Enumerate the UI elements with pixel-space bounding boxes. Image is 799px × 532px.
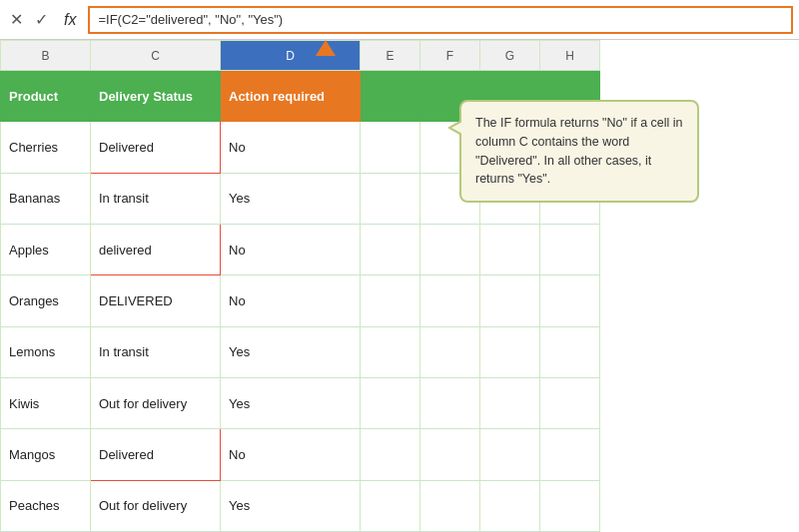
cell-status[interactable]: In transit [91,173,221,224]
cell-product[interactable]: Lemons [1,326,91,377]
cell-f [420,429,480,480]
cell-status[interactable]: delivered [91,224,221,274]
cell-h [540,480,600,531]
col-header-h[interactable]: H [540,41,600,71]
table-row: Oranges DELIVERED No [1,275,600,326]
cell-action[interactable]: No [221,122,361,173]
cell-action[interactable]: Yes [221,326,361,377]
header-action-required: Action required [221,71,361,122]
cell-status[interactable]: Out for delivery [91,377,221,428]
cell-product[interactable]: Cherries [1,122,91,173]
cell-action[interactable]: No [221,429,361,480]
cell-e [361,122,420,173]
cell-h [540,377,600,428]
cell-g [480,275,540,326]
callout-box: The IF formula returns "No" if a cell in… [459,100,699,203]
cell-f [420,275,480,326]
table-row: Kiwis Out for delivery Yes [1,377,600,428]
cell-status[interactable]: Delivered [91,429,221,480]
col-header-g[interactable]: G [480,41,540,71]
cell-e [361,275,420,326]
cell-product[interactable]: Oranges [1,275,91,326]
formula-bar: ✕ ✓ fx [0,0,799,40]
col-header-b[interactable]: B [1,41,91,71]
cell-g [480,377,540,428]
cell-g [480,480,540,531]
cell-e [361,377,420,428]
table-row: Peaches Out for delivery Yes [1,480,600,531]
col-header-d[interactable]: D [221,41,361,71]
cell-h [540,275,600,326]
spreadsheet: ✕ ✓ fx B C D E F G H [0,0,799,532]
cell-e [361,173,420,224]
col-header-f[interactable]: F [420,41,480,71]
col-header-c[interactable]: C [91,41,221,71]
cell-action[interactable]: Yes [221,173,361,224]
cell-e [361,480,420,531]
callout-text: The IF formula returns "No" if a cell in… [475,116,683,186]
cell-f [420,326,480,377]
confirm-icon[interactable]: ✓ [31,8,52,31]
cell-e [361,429,420,480]
cell-e [361,326,420,377]
cell-product[interactable]: Mangos [1,429,91,480]
cell-status[interactable]: DELIVERED [91,275,221,326]
table-row: Lemons In transit Yes [1,326,600,377]
cell-g [480,429,540,480]
cell-f [420,480,480,531]
formula-bar-controls: ✕ ✓ [6,8,52,31]
cancel-icon[interactable]: ✕ [6,8,27,31]
header-product: Product [1,71,91,122]
cell-h [540,326,600,377]
col-header-e[interactable]: E [361,41,420,71]
cell-e [361,224,420,274]
cell-action[interactable]: No [221,224,361,274]
cell-status[interactable]: Out for delivery [91,480,221,531]
grid-area: B C D E F G H Product Delivery Status Ac… [0,40,799,532]
formula-input[interactable] [88,6,793,34]
table-row: Mangos Delivered No [1,429,600,480]
cell-h [540,224,600,274]
cell-product[interactable]: Bananas [1,173,91,224]
column-d-arrow [316,40,336,56]
cell-product[interactable]: Peaches [1,480,91,531]
cell-action[interactable]: No [221,275,361,326]
header-delivery-status: Delivery Status [91,71,221,122]
cell-product[interactable]: Apples [1,224,91,274]
cell-status[interactable]: In transit [91,326,221,377]
cell-status[interactable]: Delivered [91,122,221,173]
cell-h [540,429,600,480]
cell-product[interactable]: Kiwis [1,377,91,428]
table-row: Apples delivered No [1,224,600,274]
cell-g [480,224,540,274]
cell-g [480,326,540,377]
cell-action[interactable]: Yes [221,480,361,531]
header-e [361,71,420,122]
cell-f [420,224,480,274]
fx-label: fx [58,11,82,29]
cell-f [420,377,480,428]
cell-action[interactable]: Yes [221,377,361,428]
column-header-row: B C D E F G H [1,41,600,71]
